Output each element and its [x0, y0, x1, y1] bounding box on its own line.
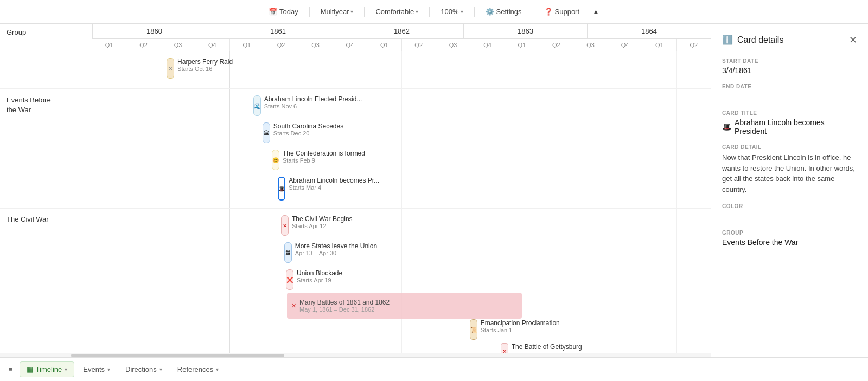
- zoom-dropdown[interactable]: 100% ▾: [436, 5, 467, 18]
- multiyear-chevron-icon: ▾: [350, 9, 353, 15]
- grid-q: [92, 209, 126, 353]
- q-cell: Q1: [642, 39, 676, 51]
- hamburger-button[interactable]: ≡: [4, 361, 17, 378]
- grid-q: [402, 209, 436, 353]
- card-title-value: 🎩 Abraham Lincoln becomes President: [722, 118, 857, 135]
- event-many-battles[interactable]: ✕ Many Battles of 1861 and 1862 May 1, 1…: [287, 293, 522, 319]
- q-cell: Q2: [677, 39, 711, 51]
- grid-q: [436, 89, 470, 208]
- grid-q: [505, 51, 539, 88]
- event-lincoln-president[interactable]: 🎩 Abraham Lincoln becomes Pr... Starts M…: [275, 175, 382, 203]
- year-1863: 1863: [464, 24, 588, 38]
- q-cell: Q2: [126, 39, 161, 51]
- event-emancipation[interactable]: 📜 Emancipation Proclamation Starts Jan 1: [467, 317, 563, 342]
- timeline-tab-icon: ▦: [27, 365, 33, 373]
- group-section: GROUP Events Before the War: [722, 230, 857, 247]
- timeline-section: Group 1860 1861 1862 1863 1864 Q1 Q2 Q3 …: [0, 24, 711, 357]
- event-content: The Civil War Begins Starts Apr 12: [292, 215, 353, 229]
- quarters-row: Q1 Q2 Q3 Q4 Q1 Q2 Q3 Q4 Q1 Q2 Q3 Q4 Q1 Q…: [92, 39, 711, 51]
- event-milestone-marker: ✕: [281, 215, 289, 236]
- event-title: Abraham Lincoln Elected Presid...: [264, 95, 362, 103]
- card-title-label: CARD TITLE: [722, 110, 857, 116]
- event-date: Starts Nov 6: [264, 103, 362, 109]
- event-more-states[interactable]: 🏛 More States leave the Union Apr 13 – A…: [281, 240, 380, 265]
- settings-button[interactable]: ⚙️ Settings: [481, 5, 526, 18]
- grid-q: [436, 51, 470, 88]
- q-cell: Q1: [92, 39, 126, 51]
- grid-q: [470, 51, 505, 88]
- close-panel-button[interactable]: ✕: [849, 35, 857, 45]
- end-date-value: [722, 92, 857, 101]
- timeline-scrollbar[interactable]: [0, 353, 711, 357]
- grid-q: [161, 209, 195, 353]
- event-title: Abraham Lincoln becomes Pr...: [289, 177, 379, 184]
- timeline-header: Group 1860 1861 1862 1863 1864 Q1 Q2 Q3 …: [0, 24, 711, 51]
- event-milestone-marker: 🏛: [263, 122, 270, 143]
- q-cell: Q2: [402, 39, 436, 51]
- timeline-grid-0: ✕ Harpers Ferry Raid Starts Oct 16: [92, 51, 711, 88]
- event-content: Harpers Ferry Raid Starts Oct 16: [177, 58, 233, 72]
- grid-q: [539, 89, 573, 208]
- grid-q: [264, 51, 298, 88]
- event-title: The Confederation is formed: [283, 150, 365, 157]
- grid-q: [126, 51, 161, 88]
- main-area: Group 1860 1861 1862 1863 1864 Q1 Q2 Q3 …: [0, 24, 868, 357]
- event-sc-secedes[interactable]: 🏛 South Carolina Secedes Starts Dec 20: [259, 120, 347, 145]
- q-cell: Q4: [608, 39, 642, 51]
- grid-lines-1: [92, 89, 711, 208]
- toolbar-separator-4: [474, 7, 475, 17]
- tab-references-label: References: [177, 365, 213, 373]
- event-harpers-ferry[interactable]: ✕ Harpers Ferry Raid Starts Oct 16: [163, 56, 236, 81]
- group-header: Group: [0, 24, 92, 51]
- end-date-section: END DATE: [722, 83, 857, 101]
- event-confederation[interactable]: 😊 The Confederation is formed Starts Feb…: [269, 147, 368, 172]
- event-content: More States leave the Union Apr 13 – Apr…: [295, 242, 377, 256]
- tab-directions[interactable]: Directions ▾: [119, 362, 169, 377]
- toolbar-separator-3: [429, 7, 430, 17]
- zoom-label: 100%: [441, 8, 458, 16]
- event-content: South Carolina Secedes Starts Dec 20: [273, 122, 343, 137]
- group-label: GROUP: [722, 230, 857, 236]
- timeline-row-2: The Civil War: [0, 209, 711, 353]
- q-cell: Q1: [230, 39, 264, 51]
- grid-lines-2: [92, 209, 711, 353]
- event-union-blockade[interactable]: ❌ Union Blockade Starts Apr 19: [283, 267, 346, 292]
- timeline-body[interactable]: ✕ Harpers Ferry Raid Starts Oct 16 Event…: [0, 51, 711, 353]
- q-cell: Q1: [505, 39, 539, 51]
- collapse-button[interactable]: ▲: [588, 5, 604, 18]
- events-chevron-icon: ▾: [107, 366, 110, 372]
- event-civil-war-begins[interactable]: ✕ The Civil War Begins Starts Apr 12: [278, 213, 356, 238]
- directions-chevron-icon: ▾: [159, 366, 162, 372]
- group-label-2: The Civil War: [0, 209, 92, 353]
- grid-q: [677, 89, 711, 208]
- tab-events[interactable]: Events ▾: [76, 362, 117, 377]
- event-milestone-marker: 😊: [272, 150, 279, 170]
- event-title: South Carolina Secedes: [273, 122, 343, 130]
- grid-q: [367, 51, 401, 88]
- color-label: COLOR: [722, 203, 857, 209]
- grid-q: [195, 209, 229, 353]
- tab-references[interactable]: References ▾: [171, 362, 225, 377]
- comfortable-dropdown[interactable]: Comfortable ▾: [371, 5, 423, 18]
- timeline-chevron-icon: ▾: [65, 366, 67, 372]
- toolbar: 📅 Today Multiyear ▾ Comfortable ▾ 100% ▾…: [0, 0, 868, 24]
- tab-timeline[interactable]: ▦ Timeline ▾: [20, 361, 75, 377]
- grid-q: [573, 209, 608, 353]
- event-icon: ✕: [291, 302, 296, 309]
- event-title: Harpers Ferry Raid: [177, 58, 233, 66]
- grid-q: [92, 51, 126, 88]
- event-gettysburg[interactable]: ✕ The Battle of Gettysburg: [497, 341, 585, 353]
- event-milestone-marker: 🎩: [278, 177, 285, 201]
- tab-directions-label: Directions: [125, 365, 157, 373]
- timeline-grid-1: 🌊 Abraham Lincoln Elected Presid... Star…: [92, 89, 711, 208]
- support-button[interactable]: ❓ Support: [540, 5, 584, 18]
- grid-q: [470, 89, 505, 208]
- grid-q: [608, 51, 642, 88]
- event-lincoln-elected[interactable]: 🌊 Abraham Lincoln Elected Presid... Star…: [250, 93, 366, 118]
- event-content: Union Blockade Starts Apr 19: [297, 269, 342, 283]
- multiyear-dropdown[interactable]: Multiyear ▾: [316, 5, 358, 18]
- hamburger-icon: ≡: [9, 365, 13, 373]
- today-button[interactable]: 📅 Today: [264, 5, 303, 18]
- event-date: Starts Oct 16: [177, 66, 233, 72]
- grid-q: [126, 209, 161, 353]
